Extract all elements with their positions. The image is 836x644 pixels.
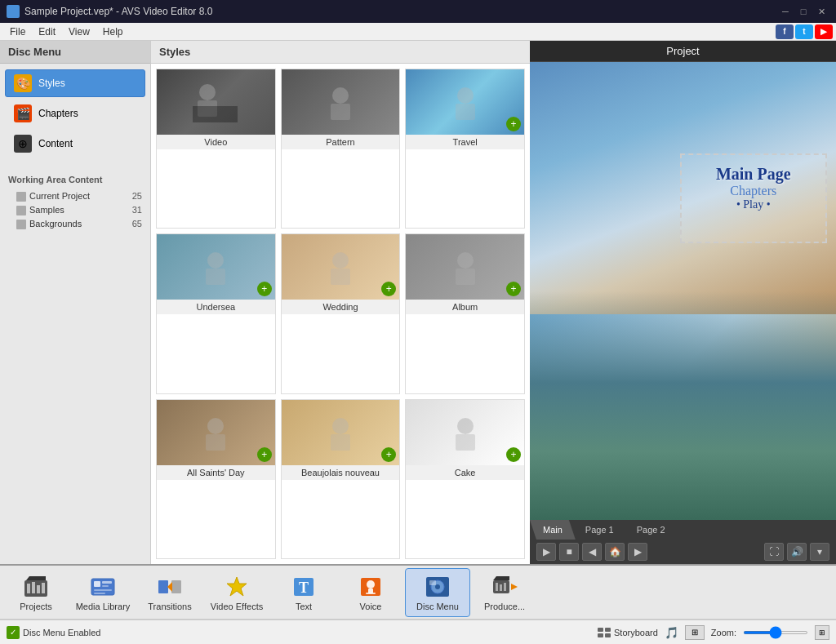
svg-marker-46	[493, 576, 509, 580]
project-tabs: Main Page 1 Page 2	[530, 520, 836, 540]
close-button[interactable]: ✕	[813, 4, 829, 19]
home-button[interactable]: 🏠	[605, 543, 625, 561]
style-thumb-wedding: +	[282, 234, 400, 300]
travel-add-icon: +	[506, 117, 521, 131]
sidebar-btn-content[interactable]: ⊕ Content	[5, 130, 145, 158]
pattern-thumb-graphic	[316, 78, 365, 127]
view-toggle[interactable]: ⊞	[685, 625, 705, 640]
media-library-icon-svg	[90, 574, 116, 600]
style-undersea-label: Undersea	[157, 300, 275, 314]
svg-rect-32	[171, 580, 181, 593]
text-icon-svg: T	[291, 574, 317, 600]
menu-help[interactable]: Help	[96, 24, 130, 39]
style-thumb-travel: +	[406, 69, 524, 135]
tool-media-library[interactable]: Media Library	[70, 568, 136, 617]
svg-rect-23	[37, 585, 40, 593]
sidebar-item-samples[interactable]: Samples 31	[0, 203, 150, 217]
wedding-thumb-graphic	[316, 242, 365, 291]
fullscreen-button[interactable]: ⛶	[764, 543, 784, 561]
menu-file[interactable]: File	[3, 24, 32, 39]
text-label: Text	[296, 602, 312, 611]
media-library-label: Media Library	[76, 602, 131, 611]
svg-rect-4	[331, 104, 350, 120]
twitter-icon[interactable]: t	[795, 24, 813, 39]
svg-rect-24	[42, 583, 45, 593]
style-item-allsaints[interactable]: + All Saints' Day	[156, 399, 276, 559]
facebook-icon[interactable]: f	[776, 24, 794, 39]
projects-icon	[23, 574, 49, 600]
step-back-button[interactable]: ◀	[582, 543, 602, 561]
storyboard-label: Storyboard	[614, 628, 658, 637]
tool-video-effects[interactable]: Video Effects	[204, 568, 269, 617]
style-item-pattern[interactable]: Pattern	[281, 69, 401, 229]
play-button[interactable]: ▶	[536, 543, 556, 561]
svg-rect-40	[366, 593, 376, 594]
tool-disc-menu[interactable]: Disc Menu	[405, 568, 470, 617]
menu-edit[interactable]: Edit	[32, 24, 62, 39]
app-title: Sample Project.vep* - AVS Video Editor 8…	[24, 6, 212, 17]
style-item-beaujolais[interactable]: + Beaujolais nouveau	[281, 399, 401, 559]
svg-point-9	[332, 252, 349, 269]
minimize-button[interactable]: ─	[777, 4, 794, 19]
youtube-icon[interactable]: ▶	[815, 24, 833, 39]
media-library-icon	[90, 574, 116, 600]
menu-view[interactable]: View	[62, 24, 96, 39]
project-tab-page2[interactable]: Page 2	[624, 520, 678, 540]
style-cake-label: Cake	[406, 465, 524, 480]
current-project-count: 25	[132, 191, 142, 202]
sidebar-item-backgrounds[interactable]: Backgrounds 65	[0, 217, 150, 231]
stop-button[interactable]: ■	[559, 543, 579, 561]
tool-produce[interactable]: Produce...	[472, 568, 537, 617]
tool-projects[interactable]: Projects	[3, 568, 69, 617]
volume-button[interactable]: 🔊	[787, 543, 807, 561]
svg-rect-6	[456, 104, 475, 120]
sidebar-btn-styles[interactable]: 🎨 Styles	[5, 69, 145, 97]
voice-icon-svg	[358, 574, 384, 600]
sidebar-btn-chapters[interactable]: 🎬 Chapters	[5, 100, 145, 127]
svg-marker-47	[511, 584, 518, 590]
svg-marker-20	[26, 576, 46, 580]
tool-transitions[interactable]: Transitions	[137, 568, 202, 617]
maximize-button[interactable]: □	[795, 4, 812, 19]
undersea-add-icon: +	[257, 282, 272, 296]
chapters-icon: 🎬	[14, 104, 32, 122]
window-controls: ─ □ ✕	[777, 4, 829, 19]
more-button[interactable]: ▾	[810, 543, 829, 561]
style-wedding-label: Wedding	[282, 300, 400, 314]
style-item-cake[interactable]: + Cake	[405, 399, 525, 559]
style-thumb-video	[157, 69, 275, 135]
project-panel: Project Main Page Chapters • Play • Main…	[530, 41, 836, 564]
backgrounds-count: 65	[132, 219, 142, 229]
svg-rect-54	[605, 633, 611, 637]
title-bar: Sample Project.vep* - AVS Video Editor 8…	[0, 0, 836, 23]
project-tab-main[interactable]: Main	[530, 520, 576, 540]
album-thumb-graphic	[441, 242, 490, 291]
tool-text[interactable]: T Text	[271, 568, 336, 617]
project-tab-page1[interactable]: Page 1	[572, 520, 627, 540]
style-album-label: Album	[406, 300, 524, 314]
style-item-album[interactable]: + Album	[405, 233, 525, 393]
zoom-label: Zoom:	[711, 628, 736, 637]
style-item-travel[interactable]: + Travel	[405, 69, 525, 229]
cake-add-icon: +	[506, 447, 521, 462]
style-item-video[interactable]: Video	[156, 69, 276, 229]
svg-rect-48	[496, 583, 498, 591]
style-item-wedding[interactable]: + Wedding	[281, 233, 401, 393]
svg-rect-8	[206, 269, 225, 285]
disc-enabled-indicator: ✓ Disc Menu Enabled	[7, 626, 100, 639]
video-effects-icon-svg	[224, 574, 250, 600]
zoom-fit-button[interactable]: ⊞	[815, 625, 829, 640]
disc-menu-icon	[425, 574, 451, 600]
storyboard-button[interactable]: Storyboard	[598, 628, 658, 637]
projects-icon-svg	[23, 574, 49, 600]
transitions-icon	[157, 574, 183, 600]
sidebar-item-current-project[interactable]: Current Project 25	[0, 189, 150, 203]
svg-point-17	[457, 418, 474, 434]
step-fwd-button[interactable]: ▶	[628, 543, 647, 561]
style-thumb-album: +	[406, 234, 524, 300]
svg-rect-12	[456, 269, 475, 285]
zoom-slider[interactable]	[743, 631, 808, 634]
tool-voice[interactable]: Voice	[338, 568, 403, 617]
transitions-label: Transitions	[148, 602, 191, 611]
style-item-undersea[interactable]: + Undersea	[156, 233, 276, 393]
